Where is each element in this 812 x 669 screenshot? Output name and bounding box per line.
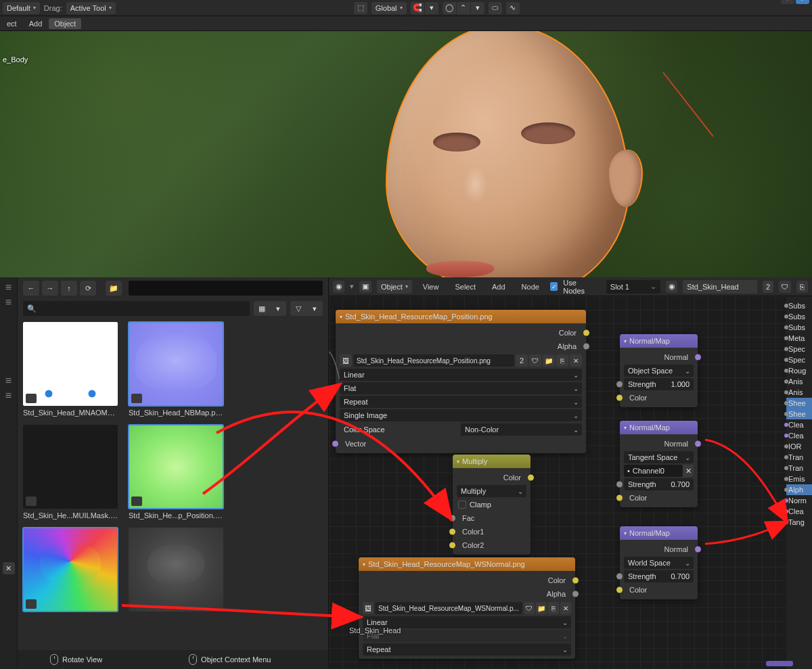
- bsdf-input-alph[interactable]: Alph: [786, 484, 812, 495]
- strength-input-socket[interactable]: [616, 382, 623, 388]
- snap-mode-icon[interactable]: ▾: [425, 2, 438, 14]
- proportional-mode-icon[interactable]: ▾: [471, 2, 484, 14]
- alpha-output-socket[interactable]: [583, 344, 589, 350]
- interpolation-dropdown[interactable]: Linear: [340, 369, 582, 381]
- bsdf-input-subs[interactable]: Subs: [786, 311, 812, 322]
- filter-icon[interactable]: ▽: [290, 301, 307, 316]
- fake-user-icon[interactable]: 🛡: [524, 602, 535, 614]
- color-output-socket[interactable]: [528, 475, 534, 481]
- clear-uvmap-icon[interactable]: ✕: [683, 465, 694, 477]
- open-image-icon[interactable]: 📁: [543, 354, 555, 367]
- path-field[interactable]: [129, 281, 323, 296]
- new-image-icon[interactable]: ⎘: [556, 354, 568, 367]
- mode-dropdown[interactable]: Default: [3, 2, 40, 14]
- image-users[interactable]: 2: [516, 354, 528, 367]
- bsdf-input-anis[interactable]: Anis: [786, 387, 812, 398]
- thumbnail-item[interactable]: Std_Skin_He...p_Position.png: [129, 425, 223, 520]
- bsdf-input-tran[interactable]: Tran: [786, 452, 812, 463]
- node-menu-add[interactable]: Add: [487, 281, 511, 292]
- bsdf-input-roug[interactable]: Roug: [786, 365, 812, 376]
- extra-2-icon[interactable]: ∿: [506, 2, 520, 14]
- scrollbar-thumb[interactable]: [766, 661, 793, 666]
- bsdf-input-tran[interactable]: Tran: [786, 463, 812, 474]
- bsdf-input-spec[interactable]: Spec: [786, 344, 812, 354]
- search-input[interactable]: 🔍: [23, 301, 250, 316]
- collapse-icon[interactable]: ▾: [624, 338, 627, 344]
- pin-icon[interactable]: 🛡: [779, 281, 790, 293]
- node-menu-node[interactable]: Node: [516, 281, 545, 292]
- normal-map-node-1[interactable]: ▾Normal/Map Normal Object Space Strength…: [620, 334, 698, 407]
- close-button[interactable]: ✕: [3, 562, 15, 574]
- thumbnail-item[interactable]: Std_Skin_He...MUILMask.pn: [23, 425, 118, 520]
- nav-back-icon[interactable]: ←: [23, 281, 39, 296]
- bsdf-input-tang[interactable]: Tang: [786, 517, 812, 528]
- use-nodes-checkbox[interactable]: ✓: [550, 282, 558, 291]
- node-menu-select[interactable]: Select: [449, 281, 481, 292]
- viewport-maximize-icon[interactable]: ⤢: [796, 0, 809, 4]
- proportional-icon[interactable]: ◯: [443, 2, 456, 14]
- extension-dropdown[interactable]: Repeat: [363, 643, 571, 655]
- color-input-socket[interactable]: [616, 587, 623, 593]
- collapse-icon[interactable]: ▾: [624, 530, 627, 536]
- nav-forward-icon[interactable]: →: [42, 281, 58, 296]
- image-texture-node-2[interactable]: ▾Std_Skin_Head_ResourceMap_WSNormal.png …: [359, 557, 575, 659]
- collapse-icon[interactable]: ▾: [363, 561, 365, 568]
- collapse-icon[interactable]: ▾: [340, 314, 342, 320]
- bsdf-input-clea[interactable]: Clea: [786, 430, 812, 441]
- image-browse-icon[interactable]: 🖼: [363, 602, 374, 614]
- space-dropdown[interactable]: World Space: [624, 557, 694, 569]
- bsdf-input-clea[interactable]: Clea: [786, 506, 812, 517]
- normal-map-node-2[interactable]: ▾Normal/Map Normal Tangent Space • Chann…: [620, 421, 698, 507]
- source-dropdown[interactable]: Single Image: [340, 409, 582, 421]
- bsdf-input-anis[interactable]: Anis: [786, 376, 812, 387]
- color1-input-socket[interactable]: [449, 529, 455, 535]
- image-browse-icon[interactable]: 🖼: [340, 354, 352, 367]
- color-input-socket[interactable]: [616, 395, 623, 401]
- color-output-socket[interactable]: [572, 578, 579, 584]
- thumbnail-item[interactable]: [129, 528, 223, 614]
- normal-output-socket[interactable]: [695, 547, 701, 553]
- normal-output-socket[interactable]: [695, 441, 701, 447]
- menu-add[interactable]: Add: [24, 18, 48, 29]
- thumbnail-item[interactable]: Std_Skin_Head_MNAOMas...: [23, 322, 118, 417]
- unlink-image-icon[interactable]: ✕: [560, 602, 571, 614]
- strength-field[interactable]: Strength1.000: [624, 378, 694, 390]
- space-dropdown[interactable]: Tangent Space: [624, 451, 694, 463]
- bsdf-input-norm[interactable]: Norm: [786, 495, 812, 506]
- color-input-socket[interactable]: [616, 495, 623, 501]
- drag-dropdown[interactable]: Active Tool: [66, 2, 116, 14]
- open-image-icon[interactable]: 📁: [536, 602, 547, 614]
- bsdf-input-subs[interactable]: Subs: [786, 300, 812, 311]
- strength-input-socket[interactable]: [616, 482, 623, 488]
- unlink-image-icon[interactable]: ✕: [570, 354, 582, 367]
- fake-user-icon[interactable]: 🛡: [529, 354, 541, 367]
- new-folder-icon[interactable]: 📁: [106, 281, 122, 296]
- bsdf-input-shee[interactable]: Shee: [786, 409, 812, 419]
- space-dropdown[interactable]: Object Space: [624, 365, 694, 377]
- proportional-falloff-icon[interactable]: ⌃: [457, 2, 470, 14]
- image-texture-node[interactable]: ▾Std_Skin_Head_ResourceMap_Position.png …: [336, 310, 586, 453]
- fac-input-socket[interactable]: [449, 515, 455, 522]
- colorspace-dropdown[interactable]: Non-Color: [461, 423, 582, 436]
- bsdf-input-spec[interactable]: Spec: [786, 354, 812, 365]
- viewport-3d[interactable]: e_Body: [0, 31, 812, 277]
- image-name-field[interactable]: Std_Skin_Head_ResourceMap_WSNormal.p...: [375, 602, 522, 614]
- shader-type-icon[interactable]: ▣: [359, 281, 371, 293]
- vector-input-socket[interactable]: [332, 441, 338, 447]
- nav-refresh-icon[interactable]: ⟳: [80, 281, 96, 296]
- collapse-icon[interactable]: ▾: [457, 459, 459, 465]
- color-output-socket[interactable]: [583, 330, 589, 336]
- extra-1-icon[interactable]: ⬭: [489, 2, 502, 14]
- snap-magnet-icon[interactable]: 🧲: [411, 2, 424, 14]
- strength-field[interactable]: Strength0.700: [624, 570, 694, 582]
- new-image-icon[interactable]: ⎘: [548, 602, 559, 614]
- node-menu-view[interactable]: View: [418, 281, 445, 292]
- new-mat-icon[interactable]: ⎘: [796, 281, 808, 293]
- mix-rgb-node[interactable]: ▾Multiply Color Multiply Clamp Fac Color…: [453, 455, 531, 555]
- bsdf-input-clea[interactable]: Clea: [786, 419, 812, 430]
- menu-object[interactable]: Object: [49, 18, 81, 29]
- viewport-camera-icon[interactable]: ▾: [781, 0, 794, 4]
- nav-up-icon[interactable]: ↑: [61, 281, 77, 296]
- node-editor[interactable]: ◉ ▾ ▣ Object View Select Add Node ✓ Use …: [329, 277, 812, 669]
- clamp-checkbox[interactable]: [458, 501, 466, 509]
